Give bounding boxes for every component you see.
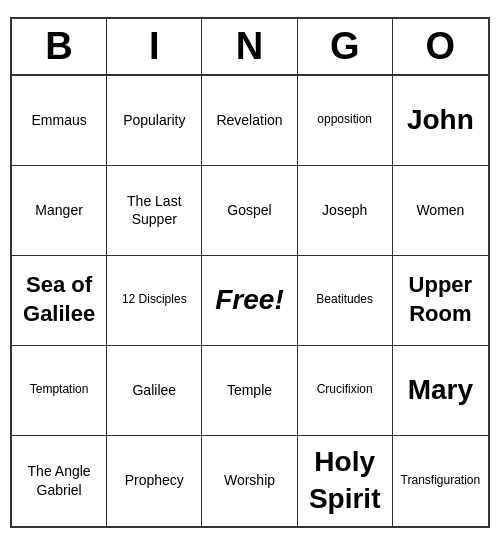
bingo-cell: Worship bbox=[202, 436, 297, 526]
bingo-cell: Temple bbox=[202, 346, 297, 436]
bingo-cell: Free! bbox=[202, 256, 297, 346]
header-letter: I bbox=[107, 19, 202, 74]
bingo-cell: Revelation bbox=[202, 76, 297, 166]
header-letter: N bbox=[202, 19, 297, 74]
bingo-cell: Crucifixion bbox=[298, 346, 393, 436]
bingo-cell: The Angle Gabriel bbox=[12, 436, 107, 526]
bingo-cell: Sea of Galilee bbox=[12, 256, 107, 346]
bingo-grid: EmmausPopularityRevelationoppositionJohn… bbox=[12, 76, 488, 526]
bingo-cell: Mary bbox=[393, 346, 488, 436]
bingo-cell: Beatitudes bbox=[298, 256, 393, 346]
bingo-cell: The Last Supper bbox=[107, 166, 202, 256]
bingo-cell: Popularity bbox=[107, 76, 202, 166]
bingo-cell: Holy Spirit bbox=[298, 436, 393, 526]
bingo-cell: 12 Disciples bbox=[107, 256, 202, 346]
header-letter: B bbox=[12, 19, 107, 74]
header-letter: O bbox=[393, 19, 488, 74]
bingo-cell: Emmaus bbox=[12, 76, 107, 166]
bingo-cell: Upper Room bbox=[393, 256, 488, 346]
bingo-cell: Manger bbox=[12, 166, 107, 256]
bingo-cell: opposition bbox=[298, 76, 393, 166]
bingo-header: BINGO bbox=[12, 19, 488, 76]
bingo-cell: Transfiguration bbox=[393, 436, 488, 526]
bingo-cell: Women bbox=[393, 166, 488, 256]
bingo-cell: Temptation bbox=[12, 346, 107, 436]
header-letter: G bbox=[298, 19, 393, 74]
bingo-card: BINGO EmmausPopularityRevelationoppositi… bbox=[10, 17, 490, 528]
bingo-cell: Gospel bbox=[202, 166, 297, 256]
bingo-cell: Galilee bbox=[107, 346, 202, 436]
bingo-cell: Joseph bbox=[298, 166, 393, 256]
bingo-cell: Prophecy bbox=[107, 436, 202, 526]
bingo-cell: John bbox=[393, 76, 488, 166]
